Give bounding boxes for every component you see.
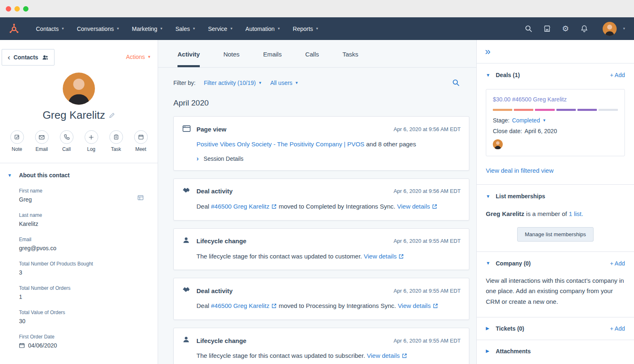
session-details-label: Session Details	[203, 155, 244, 162]
log-label: Log	[82, 146, 101, 152]
search-activities-icon[interactable]	[452, 79, 460, 87]
deal-stage-row: Stage: Completed ▼	[493, 117, 618, 124]
view-details-link[interactable]: View details	[364, 253, 397, 260]
chevron-down-icon: ▼	[160, 27, 163, 31]
settings-gear-icon[interactable]: ⚙	[561, 25, 570, 33]
tab-calls[interactable]: Calls	[305, 51, 319, 67]
property-value[interactable]: 3	[19, 269, 148, 276]
window-titlebar	[0, 0, 634, 17]
property-value[interactable]: greg@pvos.co	[19, 245, 148, 251]
actions-dropdown[interactable]: Actions ▼	[126, 54, 151, 60]
add-deal-button[interactable]: + Add	[610, 72, 625, 78]
search-icon[interactable]	[524, 25, 532, 33]
deal-link[interactable]: #46500 Greg Karelitz	[211, 302, 270, 309]
filter-row: Filter by: Filter activity (10/19) ▼ All…	[158, 68, 476, 87]
tab-emails[interactable]: Emails	[263, 51, 282, 67]
notifications-bell-icon[interactable]	[580, 25, 588, 33]
property-value[interactable]: Karelitz	[19, 221, 148, 227]
property-value[interactable]: 1	[19, 294, 148, 300]
nav-item-reports[interactable]: Reports▼	[286, 17, 325, 40]
activity-timestamp: Apr 6, 2020 at 9:55 AM EDT	[393, 238, 461, 244]
attachments-title: Attachments	[496, 348, 531, 355]
nav-item-marketing[interactable]: Marketing▼	[126, 17, 169, 40]
view-details-link[interactable]: View details	[398, 302, 431, 309]
nav-icons: ⚙ ▼	[524, 22, 626, 36]
manage-list-memberships-button[interactable]: Manage list memberships	[517, 227, 593, 242]
deal-owner-avatar[interactable]	[493, 139, 503, 149]
lifecycle-text: The lifecycle stage for this contact was…	[196, 352, 365, 359]
minimize-window-button[interactable]	[14, 6, 20, 12]
about-section-header[interactable]: ▼ About this contact	[7, 172, 148, 178]
tickets-section: ▶ Tickets (0) + Add	[477, 317, 634, 340]
property-value[interactable]: Greg	[19, 196, 148, 203]
chevron-down-icon[interactable]: ▼	[486, 261, 491, 265]
external-link-icon[interactable]	[272, 303, 277, 308]
task-button[interactable]: Task	[106, 130, 126, 152]
note-button[interactable]: Note	[7, 130, 27, 152]
external-link-icon[interactable]	[399, 254, 404, 259]
view-details-link[interactable]: View details	[367, 352, 400, 359]
list-memberships-section: ▼ List memberships Greg Karelitz is a me…	[477, 185, 634, 252]
list-memberships-header: ▼ List memberships	[486, 193, 625, 200]
handshake-icon	[182, 186, 192, 196]
page-link[interactable]: Positive Vibes Only Society - The Positi…	[196, 141, 364, 148]
property-label: First name	[19, 188, 148, 194]
external-link-icon[interactable]	[432, 204, 437, 209]
zoom-window-button[interactable]	[23, 6, 28, 12]
add-company-button[interactable]: + Add	[610, 260, 625, 267]
property-label: Total Value of Orders	[19, 310, 148, 315]
nav-item-label: Contacts	[36, 26, 59, 32]
nav-item-contacts[interactable]: Contacts▼	[30, 17, 71, 40]
note-label: Note	[7, 146, 27, 152]
chevron-right-icon[interactable]: ▶	[486, 326, 491, 331]
deal-link[interactable]: #46500 Greg Karelitz	[211, 203, 270, 210]
stage-dropdown[interactable]: Completed ▼	[512, 117, 546, 124]
chevron-right-icon[interactable]: ▶	[486, 349, 491, 353]
email-button[interactable]: Email	[32, 130, 52, 152]
activity-body: Deal #46500 Greg Karelitz moved to Proce…	[196, 301, 461, 311]
marketplace-icon[interactable]	[543, 25, 551, 33]
nav-item-service[interactable]: Service▼	[202, 17, 239, 40]
collapse-sidebar-icon[interactable]: »	[485, 47, 490, 56]
view-details-link[interactable]: View details	[397, 203, 430, 210]
add-ticket-button[interactable]: + Add	[610, 325, 625, 332]
external-link-icon[interactable]	[402, 353, 407, 358]
close-window-button[interactable]	[6, 6, 11, 12]
log-button[interactable]: Log	[82, 130, 101, 152]
activity-timestamp: Apr 6, 2020 at 9:56 AM EDT	[393, 188, 461, 194]
nav-item-automation[interactable]: Automation▼	[239, 17, 287, 40]
deal-title-link[interactable]: $30.00 #46500 Greg Karelitz	[493, 96, 567, 103]
edit-name-pencil-icon[interactable]	[109, 112, 115, 118]
call-button[interactable]: Call	[57, 130, 76, 152]
meet-button[interactable]: Meet	[131, 130, 151, 152]
session-details-toggle[interactable]: › Session Details	[196, 155, 461, 162]
sidebar-collapse-bar: »	[477, 40, 634, 63]
nav-item-conversations[interactable]: Conversations▼	[71, 17, 125, 40]
hubspot-logo-icon[interactable]	[8, 23, 20, 35]
nav-item-sales[interactable]: Sales▼	[169, 17, 202, 40]
tab-notes[interactable]: Notes	[223, 51, 239, 67]
chevron-down-icon: ▼	[61, 27, 64, 31]
tab-tasks[interactable]: Tasks	[343, 51, 358, 67]
external-link-icon[interactable]	[433, 303, 438, 308]
membership-summary: Greg Karelitz is a member of 1 list.	[486, 209, 625, 219]
stage-label: Stage:	[493, 117, 509, 124]
contact-avatar[interactable]	[63, 73, 95, 105]
property-value[interactable]: 30	[19, 318, 148, 324]
stage-segment	[599, 109, 618, 111]
property-value[interactable]: 04/06/2020	[19, 342, 148, 349]
back-to-contacts-button[interactable]: ‹ Contacts	[2, 49, 54, 66]
email-icon	[35, 130, 49, 144]
external-link-icon[interactable]	[272, 204, 277, 209]
chevron-down-icon[interactable]: ▼	[486, 73, 491, 77]
filter-users-dropdown[interactable]: All users ▼	[270, 80, 299, 86]
account-menu[interactable]: ▼	[603, 22, 626, 36]
chevron-down-icon[interactable]: ▼	[486, 194, 491, 199]
tab-activity[interactable]: Activity	[177, 51, 200, 67]
property-details-icon[interactable]	[137, 195, 144, 201]
list-count-link[interactable]: 1 list.	[569, 210, 583, 217]
note-icon	[10, 130, 24, 144]
nav-item-label: Sales	[175, 26, 190, 32]
view-deal-filtered-link[interactable]: View deal in filtered view	[486, 167, 554, 174]
filter-activity-dropdown[interactable]: Filter activity (10/19) ▼	[204, 80, 262, 86]
